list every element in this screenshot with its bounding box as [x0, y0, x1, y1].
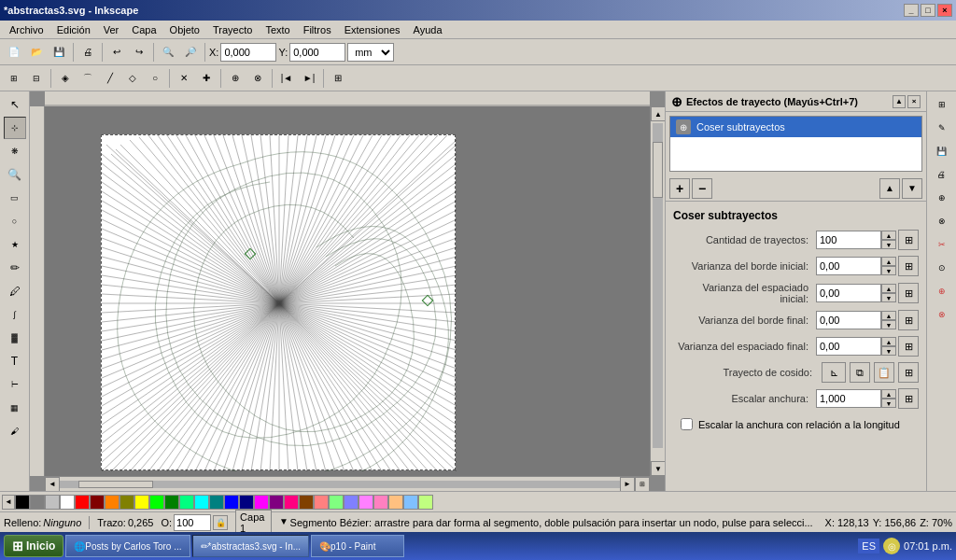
- spin-down-cantidad[interactable]: ▼: [881, 240, 896, 249]
- eyedropper-tool[interactable]: 🖌: [4, 420, 26, 442]
- add-effect-btn[interactable]: +: [669, 178, 690, 199]
- hscroll-thumb[interactable]: [78, 481, 153, 488]
- node-tool-btn[interactable]: ◈: [55, 68, 76, 89]
- start-button[interactable]: ⊞ Inicio: [4, 535, 63, 557]
- palette-left-btn[interactable]: ◄: [2, 495, 15, 510]
- menu-capa[interactable]: Capa: [126, 22, 162, 37]
- cusp-btn[interactable]: ◇: [122, 68, 143, 89]
- reset-btn-cantidad[interactable]: ⊞: [898, 230, 919, 250]
- connector-tool[interactable]: ⊢: [4, 373, 26, 396]
- spin-up-espac-fin[interactable]: ▲: [881, 337, 896, 346]
- snap-node-btn[interactable]: ⊟: [26, 68, 47, 89]
- trayecto-paste-btn[interactable]: 📋: [874, 362, 894, 383]
- setting-input-borde-fin[interactable]: [816, 311, 881, 329]
- star-tool[interactable]: ★: [4, 233, 26, 256]
- zoom-tool[interactable]: 🔍: [4, 163, 26, 186]
- scroll-left-btn[interactable]: ◄: [45, 477, 60, 492]
- color-swatch[interactable]: [90, 495, 105, 510]
- circle-tool[interactable]: ○: [4, 210, 26, 232]
- zoom-out-btn[interactable]: 🔎: [180, 42, 201, 63]
- far-tool-6[interactable]: ⊗: [931, 210, 953, 232]
- canvas-viewport[interactable]: [45, 106, 650, 476]
- setting-input-espac-ini[interactable]: [816, 284, 881, 302]
- reset-btn-escala[interactable]: ⊞: [898, 388, 919, 409]
- far-tool-5[interactable]: ⊕: [931, 187, 953, 209]
- scroll-right-btn[interactable]: ►: [620, 477, 635, 492]
- panel-close-btn[interactable]: ×: [907, 95, 921, 108]
- select-tool[interactable]: ↖: [4, 93, 26, 116]
- print-btn[interactable]: 🖨: [77, 42, 98, 63]
- first-node-btn[interactable]: |◄: [276, 68, 297, 89]
- trayecto-reset-btn[interactable]: ⊞: [898, 362, 919, 383]
- delete-node-btn[interactable]: ✕: [174, 68, 194, 89]
- color-swatch[interactable]: [164, 495, 179, 510]
- spin-down-borde-fin[interactable]: ▼: [881, 320, 896, 329]
- spin-up-cantidad[interactable]: ▲: [881, 231, 896, 240]
- far-tool-4[interactable]: 🖨: [931, 163, 953, 186]
- minimize-btn[interactable]: _: [904, 4, 919, 17]
- spin-up-borde-ini[interactable]: ▲: [881, 257, 896, 266]
- effect-down-btn[interactable]: ▼: [902, 178, 922, 199]
- setting-input-cantidad[interactable]: [816, 231, 881, 249]
- tweak-tool[interactable]: ❋: [4, 140, 26, 162]
- reset-btn-espac-fin[interactable]: ⊞: [898, 336, 919, 357]
- color-swatch[interactable]: [149, 495, 164, 510]
- scrollbar-horizontal[interactable]: ◄ ► ⊞: [45, 476, 650, 491]
- spin-up-escala[interactable]: ▲: [881, 389, 896, 399]
- break-btn[interactable]: ⊗: [247, 68, 268, 89]
- rect-tool[interactable]: ▭: [4, 187, 26, 209]
- view-options-btn[interactable]: ⊞: [635, 477, 650, 492]
- scroll-up-btn[interactable]: ▲: [651, 106, 665, 121]
- far-tool-1[interactable]: ⊞: [931, 93, 953, 116]
- color-swatch[interactable]: [239, 495, 254, 510]
- reset-btn-borde-fin[interactable]: ⊞: [898, 310, 919, 330]
- maximize-btn[interactable]: □: [921, 4, 935, 17]
- smooth-btn[interactable]: ○: [145, 68, 165, 89]
- effects-list[interactable]: ⊕ Coser subtrayectos: [669, 116, 922, 172]
- spin-up-borde-fin[interactable]: ▲: [881, 311, 896, 320]
- curve-btn[interactable]: ⌒: [77, 68, 98, 89]
- color-swatch[interactable]: [45, 495, 60, 510]
- snap-btn[interactable]: ⊞: [4, 68, 24, 89]
- color-swatch[interactable]: [60, 495, 75, 510]
- menu-archivo[interactable]: Archivo: [4, 22, 49, 37]
- color-swatch[interactable]: [120, 495, 134, 510]
- text-tool[interactable]: T: [4, 350, 26, 372]
- panel-maximize-btn[interactable]: ▲: [893, 95, 906, 108]
- taskbar-btn-posts[interactable]: 🌐 Posts by Carlos Toro ...: [65, 535, 190, 557]
- taskbar-btn-paint[interactable]: 🎨 p10 - Paint: [311, 535, 404, 557]
- color-swatch[interactable]: [179, 495, 194, 510]
- color-swatch[interactable]: [373, 495, 388, 510]
- checkbox-escalar[interactable]: [681, 418, 693, 430]
- color-swatch[interactable]: [134, 495, 149, 510]
- setting-input-borde-ini[interactable]: [816, 257, 881, 275]
- effect-item-coser[interactable]: ⊕ Coser subtrayectos: [670, 117, 921, 137]
- pencil-tool[interactable]: ✏: [4, 257, 26, 279]
- bucket-tool[interactable]: ▓: [4, 327, 26, 349]
- close-btn[interactable]: ×: [937, 4, 952, 17]
- line-btn[interactable]: ╱: [100, 68, 120, 89]
- trayecto-cursor-btn[interactable]: ⊾: [822, 362, 846, 383]
- setting-input-espac-fin[interactable]: [816, 337, 881, 356]
- calligraphy-tool[interactable]: ∫: [4, 303, 26, 326]
- zoom-in-btn[interactable]: 🔍: [158, 42, 178, 63]
- color-swatch[interactable]: [269, 495, 284, 510]
- trayecto-copy-btn[interactable]: ⧉: [850, 362, 870, 383]
- color-swatch[interactable]: [194, 495, 209, 510]
- spin-down-escala[interactable]: ▼: [881, 399, 896, 408]
- color-swatch[interactable]: [15, 495, 30, 510]
- save-btn[interactable]: 💾: [49, 42, 69, 63]
- color-swatch[interactable]: [329, 495, 344, 510]
- y-input[interactable]: [289, 43, 345, 62]
- x-input[interactable]: [220, 43, 276, 62]
- open-btn[interactable]: 📂: [26, 42, 47, 63]
- join-btn[interactable]: ⊕: [225, 68, 246, 89]
- last-node-btn[interactable]: ►|: [299, 68, 319, 89]
- color-swatch[interactable]: [30, 495, 45, 510]
- subpath-btn[interactable]: ⊞: [328, 68, 348, 89]
- color-swatch[interactable]: [224, 495, 239, 510]
- far-tool-8[interactable]: ⊙: [931, 257, 953, 279]
- menu-texto[interactable]: Texto: [260, 22, 295, 37]
- menu-trayecto[interactable]: Trayecto: [207, 22, 258, 37]
- vscroll-thumb[interactable]: [653, 142, 663, 198]
